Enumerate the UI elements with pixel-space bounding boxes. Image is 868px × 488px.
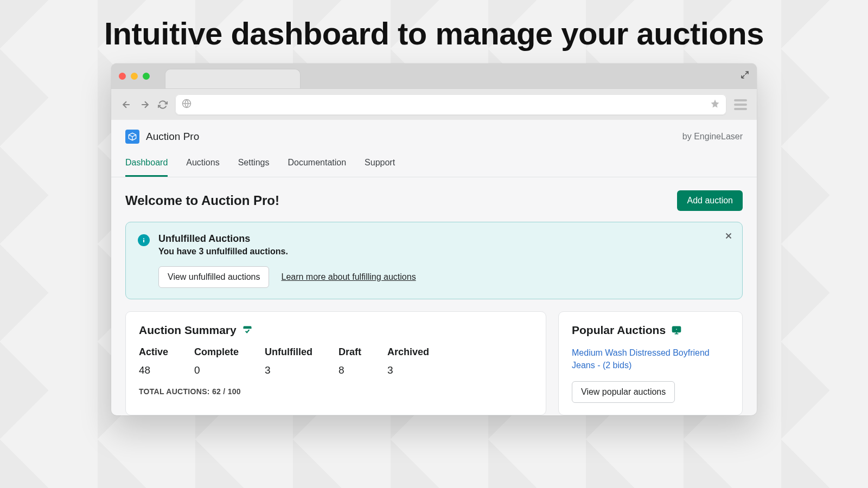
welcome-row: Welcome to Auction Pro! Add auction — [125, 190, 743, 211]
stat-active: Active 48 — [139, 346, 168, 376]
stat-value: 48 — [139, 364, 168, 376]
menu-icon[interactable] — [734, 99, 747, 110]
app-logo-icon — [125, 130, 139, 144]
popular-title: Popular Auctions — [572, 324, 729, 337]
browser-toolbar — [111, 88, 757, 120]
url-input[interactable] — [197, 100, 705, 109]
page-title: Welcome to Auction Pro! — [125, 193, 279, 208]
content-area: Welcome to Auction Pro! Add auction Unfu… — [111, 177, 757, 415]
tab-dashboard[interactable]: Dashboard — [125, 151, 168, 177]
stat-archived: Archived 3 — [387, 346, 429, 376]
forward-icon[interactable] — [139, 99, 150, 110]
unfulfilled-banner: Unfulfilled Auctions You have 3 unfulfil… — [125, 222, 743, 299]
summary-stats: Active 48 Complete 0 Unfulfilled 3 Dra — [139, 346, 533, 376]
tab-documentation[interactable]: Documentation — [288, 151, 346, 177]
tab-settings[interactable]: Settings — [238, 151, 270, 177]
stat-label: Complete — [194, 346, 239, 358]
app-tabs: Dashboard Auctions Settings Documentatio… — [111, 151, 757, 177]
close-icon[interactable] — [119, 73, 126, 80]
stat-label: Active — [139, 346, 168, 358]
learn-more-link[interactable]: Learn more about fulfilling auctions — [281, 272, 416, 282]
summary-title-text: Auction Summary — [139, 324, 237, 337]
stat-value: 0 — [194, 364, 239, 376]
view-popular-button[interactable]: View popular auctions — [572, 381, 675, 403]
app-header: Auction Pro by EngineLaser — [111, 120, 757, 151]
stat-value: 8 — [339, 364, 361, 376]
summary-title: Auction Summary — [139, 324, 533, 337]
popular-auctions-card: Popular Auctions Medium Wash Distressed … — [558, 311, 743, 415]
globe-icon — [182, 99, 192, 111]
close-icon[interactable] — [724, 231, 733, 243]
browser-tab[interactable] — [165, 69, 301, 88]
svg-point-4 — [675, 329, 677, 330]
app-brand: Auction Pro — [125, 130, 199, 144]
store-check-icon — [242, 325, 253, 336]
url-bar[interactable] — [175, 94, 726, 115]
svg-point-1 — [143, 238, 144, 239]
view-unfulfilled-button[interactable]: View unfulfilled auctions — [158, 266, 269, 288]
maximize-icon[interactable] — [143, 73, 150, 80]
tab-support[interactable]: Support — [365, 151, 395, 177]
app-frame: Auction Pro by EngineLaser Dashboard Auc… — [111, 120, 757, 415]
auction-summary-card: Auction Summary Active 48 Complete 0 — [125, 311, 546, 415]
marketing-headline: Intuitive dashboard to manage your aucti… — [0, 15, 868, 52]
cards-row: Auction Summary Active 48 Complete 0 — [125, 311, 743, 415]
stat-draft: Draft 8 — [339, 346, 361, 376]
add-auction-button[interactable]: Add auction — [677, 190, 743, 211]
total-auctions: TOTAL AUCTIONS: 62 / 100 — [139, 387, 533, 396]
tab-auctions[interactable]: Auctions — [186, 151, 219, 177]
back-icon[interactable] — [121, 99, 132, 110]
popular-title-text: Popular Auctions — [572, 324, 666, 337]
reload-icon[interactable] — [158, 100, 168, 110]
stat-unfulfilled: Unfulfilled 3 — [265, 346, 312, 376]
svg-rect-2 — [143, 240, 144, 242]
stat-label: Unfulfilled — [265, 346, 312, 358]
stat-complete: Complete 0 — [194, 346, 239, 376]
minimize-icon[interactable] — [131, 73, 138, 80]
stat-label: Archived — [387, 346, 429, 358]
browser-tabbar — [111, 63, 757, 88]
stat-value: 3 — [387, 364, 429, 376]
banner-title: Unfulfilled Auctions — [158, 233, 288, 245]
app-title: Auction Pro — [146, 131, 199, 143]
expand-icon[interactable] — [741, 70, 749, 81]
info-icon — [138, 234, 150, 246]
app-byline: by EngineLaser — [682, 132, 743, 142]
stat-label: Draft — [339, 346, 361, 358]
popular-auction-link[interactable]: Medium Wash Distressed Boyfriend Jeans -… — [572, 346, 729, 371]
window-controls — [119, 73, 150, 80]
bookmark-star-icon[interactable] — [710, 99, 720, 111]
stat-value: 3 — [265, 364, 312, 376]
browser-window: Auction Pro by EngineLaser Dashboard Auc… — [111, 63, 757, 415]
monitor-icon — [671, 325, 682, 336]
banner-subtitle: You have 3 unfulfilled auctions. — [158, 247, 288, 256]
